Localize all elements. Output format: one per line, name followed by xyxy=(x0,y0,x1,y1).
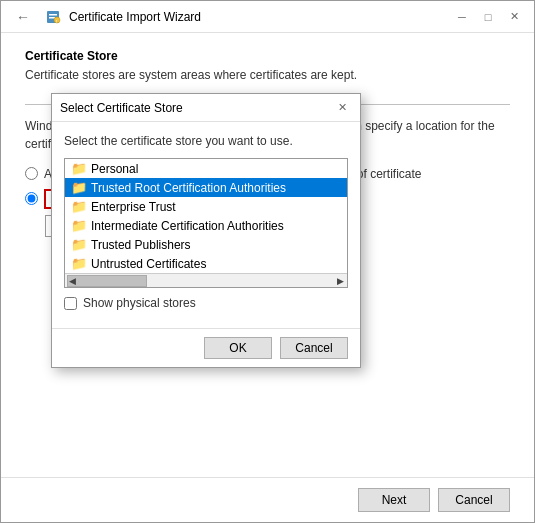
svg-rect-2 xyxy=(49,17,55,19)
next-button[interactable]: Next xyxy=(358,488,430,512)
scroll-right-arrow[interactable]: ▶ xyxy=(333,274,347,288)
tree-item-enterprise[interactable]: 📁 Enterprise Trust xyxy=(65,197,347,216)
dialog-footer: OK Cancel xyxy=(52,328,360,367)
folder-icon-personal: 📁 xyxy=(71,161,87,176)
tree-label-trusted-root: Trusted Root Certification Authorities xyxy=(91,181,286,195)
cancel-button[interactable]: Cancel xyxy=(438,488,510,512)
folder-icon-trusted-publishers: 📁 xyxy=(71,237,87,252)
horizontal-scrollbar[interactable]: ◀ ▶ xyxy=(65,273,347,287)
select-cert-store-dialog: Select Certificate Store ✕ Select the ce… xyxy=(51,93,361,368)
folder-icon-enterprise: 📁 xyxy=(71,199,87,214)
dialog-description: Select the certificate store you want to… xyxy=(64,134,348,148)
radio-manual-input[interactable] xyxy=(25,192,38,205)
scroll-thumb[interactable] xyxy=(67,275,147,287)
show-physical-stores-row[interactable]: Show physical stores xyxy=(64,296,348,310)
tree-scroll-area: 📁 Personal 📁 Trusted Root Certification … xyxy=(65,159,347,273)
certificate-store-tree[interactable]: 📁 Personal 📁 Trusted Root Certification … xyxy=(64,158,348,288)
folder-icon-untrusted: 📁 xyxy=(71,256,87,271)
scroll-left-arrow[interactable]: ◀ xyxy=(65,274,79,288)
main-window: ← ! Certificate Import Wizard ─ □ ✕ Cert… xyxy=(0,0,535,523)
radio-auto-input[interactable] xyxy=(25,167,38,180)
show-physical-label: Show physical stores xyxy=(83,296,196,310)
main-content: Certificate Store Certificate stores are… xyxy=(1,33,534,477)
close-button[interactable]: ✕ xyxy=(502,7,526,27)
wizard-icon: ! xyxy=(45,9,61,25)
tree-label-personal: Personal xyxy=(91,162,138,176)
window-title: Certificate Import Wizard xyxy=(69,10,201,24)
dialog-ok-button[interactable]: OK xyxy=(204,337,272,359)
dialog-title: Select Certificate Store xyxy=(60,101,183,115)
tree-item-intermediate[interactable]: 📁 Intermediate Certification Authorities xyxy=(65,216,347,235)
folder-icon-trusted-root: 📁 xyxy=(71,180,87,195)
tree-item-trusted-root[interactable]: 📁 Trusted Root Certification Authorities xyxy=(65,178,347,197)
section-title: Certificate Store xyxy=(25,49,510,63)
minimize-button[interactable]: ─ xyxy=(450,7,474,27)
svg-rect-1 xyxy=(49,14,57,16)
dialog-title-bar: Select Certificate Store ✕ xyxy=(52,94,360,122)
svg-text:!: ! xyxy=(56,18,57,23)
tree-label-trusted-publishers: Trusted Publishers xyxy=(91,238,191,252)
tree-label-enterprise: Enterprise Trust xyxy=(91,200,176,214)
back-button[interactable]: ← xyxy=(9,3,37,31)
show-physical-checkbox[interactable] xyxy=(64,297,77,310)
section-header: Certificate Store Certificate stores are… xyxy=(25,49,510,84)
window-footer: Next Cancel xyxy=(1,477,534,522)
folder-icon-intermediate: 📁 xyxy=(71,218,87,233)
dialog-close-button[interactable]: ✕ xyxy=(332,99,352,117)
title-bar: ← ! Certificate Import Wizard ─ □ ✕ xyxy=(1,1,534,33)
dialog-body: Select the certificate store you want to… xyxy=(52,122,360,328)
tree-label-untrusted: Untrusted Certificates xyxy=(91,257,206,271)
title-bar-controls: ─ □ ✕ xyxy=(450,7,526,27)
tree-label-intermediate: Intermediate Certification Authorities xyxy=(91,219,284,233)
tree-item-trusted-publishers[interactable]: 📁 Trusted Publishers xyxy=(65,235,347,254)
dialog-cancel-button[interactable]: Cancel xyxy=(280,337,348,359)
tree-item-personal[interactable]: 📁 Personal xyxy=(65,159,347,178)
maximize-button[interactable]: □ xyxy=(476,7,500,27)
title-bar-left: ← ! Certificate Import Wizard xyxy=(9,3,201,31)
section-description: Certificate stores are system areas wher… xyxy=(25,67,510,84)
tree-item-untrusted[interactable]: 📁 Untrusted Certificates xyxy=(65,254,347,273)
